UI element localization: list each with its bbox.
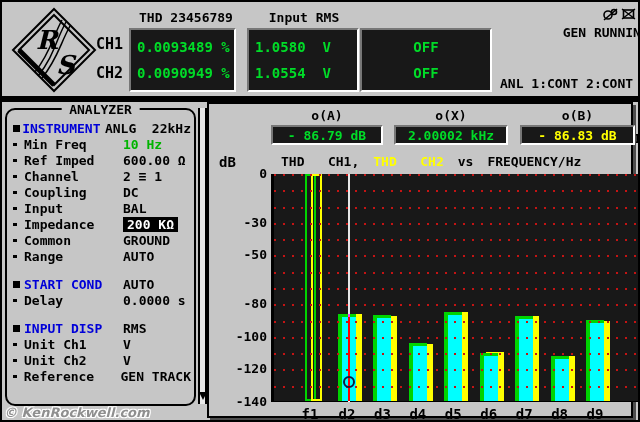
x-tick-label-f1: f1 [296, 406, 324, 422]
x-tick-label-d7: d7 [510, 406, 538, 422]
y-tick-label: -120 [221, 361, 267, 376]
aux-ch1-value: OFF [362, 39, 490, 55]
analyzer-menu-panel: ANALYZER INSTRUMENTANLG 22kHzMin Freq10 … [5, 108, 196, 406]
menu-item-value: 10 Hz [123, 137, 191, 152]
gridline [274, 386, 639, 388]
chart-title: THD CH1,THD CH2vsFREQUENCY/Hz [281, 154, 595, 169]
menu-item-min-freq[interactable]: Min Freq10 Hz [9, 136, 191, 152]
menu-item-label: Unit Ch2 [24, 353, 123, 368]
input-rms-title: Input RMS [254, 10, 354, 25]
menu-item-value: 0.0000 s [123, 293, 191, 308]
item-marker-icon [9, 159, 24, 162]
menu-item-unit-ch2[interactable]: Unit Ch2V [9, 352, 191, 368]
item-marker-icon [9, 255, 24, 258]
down-arrow-icon[interactable] [199, 392, 207, 400]
menu-item-input-disp[interactable]: INPUT DISPRMS [9, 320, 191, 336]
menu-item-label: START COND [24, 277, 123, 292]
analyzer-status: ANL 1:CONT 2:CONT [500, 75, 638, 92]
menu-item-common[interactable]: CommonGROUND [9, 232, 191, 248]
rms-ch1-value: 1.0580 V [249, 39, 357, 55]
cursor-a-label: o(A) [271, 108, 383, 123]
rms-ch2-value: 1.0554 V [249, 65, 357, 81]
cursor-x-label: o(X) [394, 108, 508, 123]
chart-cursor-line[interactable] [348, 174, 350, 402]
menu-item-label: INSTRUMENT [22, 121, 105, 136]
chart-panel: o(A) o(X) o(B) - 86.79 dB 2.00002 kHz - … [207, 102, 633, 418]
thd-meter-title: THD 23456789 [122, 10, 250, 25]
thd-bar-chart [271, 174, 639, 402]
section-marker-icon [9, 125, 22, 132]
menu-item-reference[interactable]: ReferenceGEN TRACK [9, 368, 191, 384]
y-tick-label: -140 [221, 394, 267, 409]
menu-item-value: V [123, 337, 191, 352]
item-marker-icon [9, 175, 24, 178]
menu-item-label: Min Freq [24, 137, 123, 152]
menu-item-input[interactable]: InputBAL [9, 200, 191, 216]
menu-item-label: INPUT DISP [24, 321, 123, 336]
menu-item-ref-imped[interactable]: Ref Imped600.00 Ω [9, 152, 191, 168]
gridline [274, 255, 639, 257]
item-marker-icon [9, 143, 24, 146]
menu-item-coupling[interactable]: CouplingDC [9, 184, 191, 200]
menu-item-value: 600.00 Ω [123, 153, 191, 168]
aux-display: OFF OFF [360, 28, 492, 92]
menu-item-start-cond[interactable]: START CONDAUTO [9, 276, 191, 292]
item-marker-icon [9, 239, 24, 242]
aux-ch2-value: OFF [362, 65, 490, 81]
thd-ch2-value: 0.0090949 % [131, 65, 234, 81]
item-marker-icon [9, 223, 24, 226]
harmonic-bar-ch1-d9 [586, 320, 604, 401]
menu-scrollbar[interactable] [198, 108, 207, 404]
x-tick-label-d8: d8 [546, 406, 574, 422]
y-tick-label: -80 [221, 296, 267, 311]
cursor-a-readout: - 86.79 dB [271, 125, 383, 145]
y-tick-label: -100 [221, 329, 267, 344]
svg-text:S: S [56, 50, 77, 80]
mouse-disabled-icon [603, 8, 618, 21]
menu-item-label: Unit Ch1 [24, 337, 123, 352]
harmonic-bar-ch1-d4 [409, 343, 427, 401]
top-header: R S THD 23456789 Input RMS CH1 CH2 0.009… [2, 2, 638, 96]
cursor-o-marker-icon[interactable] [343, 376, 355, 388]
item-marker-icon [9, 191, 24, 194]
gridline [274, 223, 639, 225]
menu-item-instrument[interactable]: INSTRUMENTANLG 22kHz [9, 120, 191, 136]
item-marker-icon [9, 207, 24, 210]
menu-item-range[interactable]: RangeAUTO [9, 248, 191, 264]
gridline [274, 239, 639, 241]
chart-title-segment: FREQUENCY/Hz [487, 154, 581, 169]
menu-item-label: Reference [24, 369, 121, 384]
x-tick-label-d4: d4 [404, 406, 432, 422]
menu-item-value: 200 KΩ [123, 217, 191, 232]
x-tick-label-d6: d6 [475, 406, 503, 422]
chart-title-segment: THD CH2 [373, 154, 443, 169]
harmonic-bar-ch1-d3 [373, 315, 391, 401]
input-rms-display: 1.0580 V 1.0554 V [247, 28, 359, 92]
ch2-label: CH2 [96, 64, 123, 82]
menu-item-label: Input [24, 201, 123, 216]
menu-item-label: Delay [24, 293, 123, 308]
harmonic-bar-ch1-d6 [480, 353, 498, 401]
item-marker-icon [9, 359, 24, 362]
section-marker-icon [9, 325, 24, 332]
menu-item-value: ANLG 22kHz [105, 121, 191, 136]
gridline [274, 174, 639, 176]
ch1-label: CH1 [96, 35, 123, 53]
item-marker-icon [9, 375, 24, 378]
menu-item-channel[interactable]: Channel2 ≡ 1 [9, 168, 191, 184]
item-marker-icon [9, 343, 24, 346]
thd-ch1-value: 0.0093489 % [131, 39, 234, 55]
menu-item-label: Channel [24, 169, 123, 184]
x-tick-label-d5: d5 [439, 406, 467, 422]
y-tick-label: 0 [221, 166, 267, 181]
menu-item-impedance[interactable]: Impedance200 KΩ [9, 216, 191, 232]
gridline [274, 369, 639, 371]
menu-item-value: GROUND [123, 233, 191, 248]
menu-item-value: 2 ≡ 1 [123, 169, 191, 184]
y-tick-label: -50 [221, 247, 267, 262]
menu-item-delay[interactable]: Delay0.0000 s [9, 292, 191, 308]
harmonic-bar-ch1-d8 [551, 356, 569, 401]
cursor-x-readout: 2.00002 kHz [394, 125, 508, 145]
menu-item-unit-ch1[interactable]: Unit Ch1V [9, 336, 191, 352]
analyzer-screen: R S THD 23456789 Input RMS CH1 CH2 0.009… [0, 0, 640, 422]
